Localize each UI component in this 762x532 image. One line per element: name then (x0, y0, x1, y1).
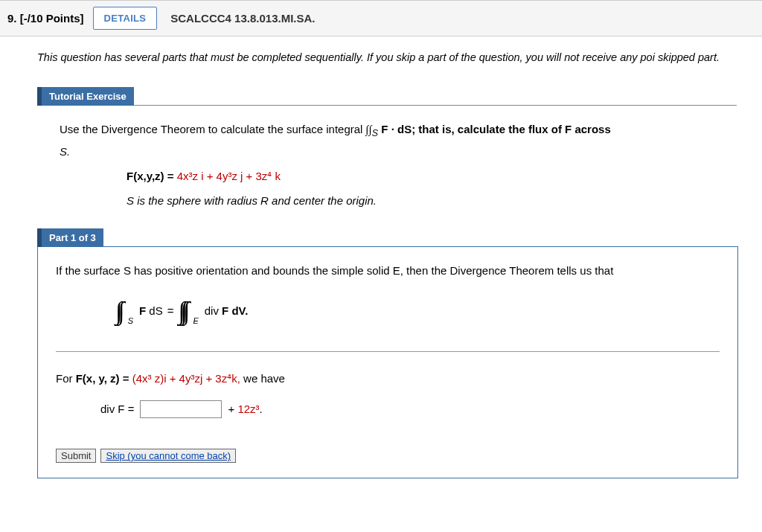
tutorial-exercise-header: Tutorial Exercise (37, 87, 134, 106)
div-F-label: div F = (100, 399, 134, 419)
answer-input[interactable] (140, 400, 222, 418)
assignment-id: SCALCCC4 13.8.013.MI.SA. (170, 12, 315, 25)
part-1-box: If the surface S has positive orientatio… (37, 246, 738, 478)
tutorial-body: Use the Divergence Theorem to calculate … (37, 106, 759, 229)
question-header: 9. [-/10 Points] DETAILS SCALCCC4 13.8.0… (0, 1, 762, 36)
part-1-statement: If the surface S has positive orientatio… (56, 260, 720, 281)
div-F-suffix: + 12z³. (228, 399, 262, 419)
divergence-theorem-equation: ∫∫S F dS = ∫∫∫E div F dV. (115, 288, 720, 333)
details-button[interactable]: DETAILS (93, 7, 158, 30)
question-number: 9. [-/10 Points] (7, 12, 84, 25)
part-1-header: Part 1 of 3 (37, 228, 103, 247)
skip-button[interactable]: Skip (you cannot come back) (100, 449, 236, 463)
sequential-instruction: This question has several parts that mus… (37, 50, 762, 66)
submit-button[interactable]: Submit (56, 449, 96, 463)
for-F-line: For F(x, y, z) = (4x³ z)i + 4y³zj + 3z⁴k… (56, 368, 720, 388)
